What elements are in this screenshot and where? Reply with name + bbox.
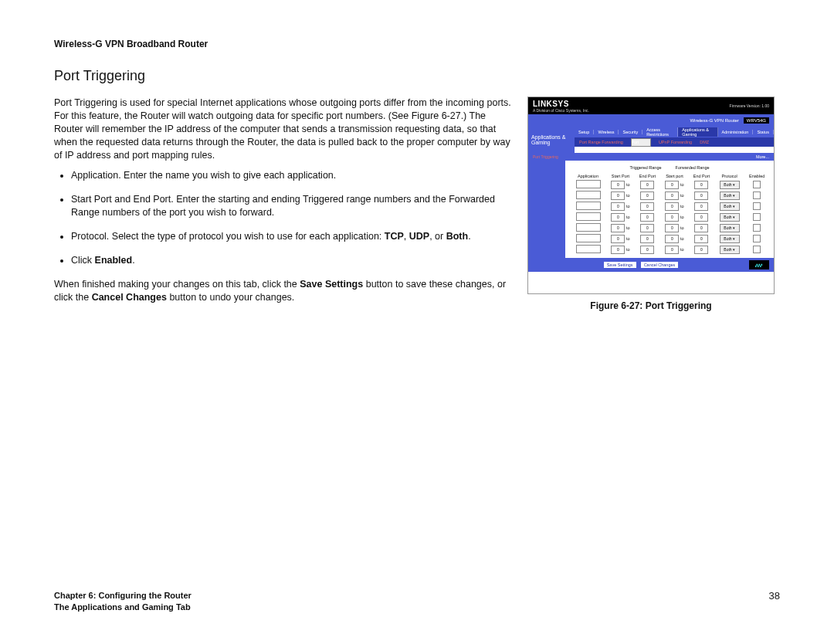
col-header: End Port bbox=[689, 173, 714, 179]
cancel-changes-button[interactable]: Cancel Changes bbox=[641, 262, 679, 268]
to-label: to bbox=[626, 215, 630, 219]
router-content-leftstrip bbox=[528, 161, 565, 258]
col-header: Application bbox=[570, 173, 606, 179]
to-label: to bbox=[680, 247, 684, 252]
main-tab[interactable]: Wireless bbox=[594, 130, 619, 134]
firmware-text: Firmware Version: 1.00 bbox=[730, 103, 769, 108]
protocol-select[interactable]: Both ▾ bbox=[720, 224, 740, 232]
group-headers: Triggered Range Forwarded Range bbox=[570, 164, 769, 171]
start-port-input[interactable]: 0 bbox=[611, 192, 625, 200]
application-input[interactable] bbox=[576, 223, 601, 232]
fwd-start-port-input[interactable]: 0 bbox=[665, 224, 679, 232]
more-link[interactable]: More... bbox=[756, 154, 769, 159]
application-input[interactable] bbox=[576, 212, 601, 221]
bullet-list: Application. Enter the name you wish to … bbox=[54, 169, 514, 266]
main-tab[interactable]: Security bbox=[619, 130, 642, 134]
fwd-start-port-input[interactable]: 0 bbox=[665, 181, 679, 189]
col-header: End Port bbox=[635, 173, 660, 179]
application-input[interactable] bbox=[576, 191, 601, 199]
end-port-input[interactable]: 0 bbox=[640, 192, 654, 200]
sub-tab[interactable]: DMZ bbox=[700, 140, 709, 144]
to-label: to bbox=[680, 236, 684, 241]
application-input[interactable] bbox=[576, 180, 601, 188]
sub-tab[interactable]: UPnP Forwarding bbox=[659, 140, 692, 144]
main-tab[interactable]: Applications & Gaming bbox=[678, 127, 717, 137]
bullet-ports: Start Port and End Port. Enter the start… bbox=[71, 193, 514, 219]
end-port-input[interactable]: 0 bbox=[640, 181, 654, 189]
protocol-select[interactable]: Both ▾ bbox=[720, 192, 740, 200]
to-label: to bbox=[680, 215, 684, 219]
bullet-protocol: Protocol. Select the type of protocol yo… bbox=[71, 230, 514, 243]
router-screenshot: LINKSYS A Division of Cisco Systems, Inc… bbox=[527, 97, 775, 294]
application-input[interactable] bbox=[576, 245, 601, 253]
brand-subtitle: A Division of Cisco Systems, Inc. bbox=[533, 108, 589, 113]
to-label: to bbox=[626, 236, 630, 241]
application-input[interactable] bbox=[576, 234, 601, 242]
section-label: Port Triggering bbox=[533, 154, 558, 159]
enabled-checkbox[interactable] bbox=[753, 181, 761, 188]
router-section-bar: Port Triggering More... bbox=[528, 153, 774, 161]
protocol-select[interactable]: Both ▾ bbox=[720, 202, 740, 211]
main-tab[interactable]: Administration bbox=[718, 130, 754, 134]
enabled-checkbox[interactable] bbox=[753, 224, 761, 232]
linksys-logo: LINKSYS bbox=[533, 100, 589, 108]
end-port-input[interactable]: 0 bbox=[640, 213, 654, 222]
to-label: to bbox=[680, 204, 684, 208]
enabled-checkbox[interactable] bbox=[753, 192, 761, 199]
bold-enabled: Enabled bbox=[95, 255, 133, 266]
start-port-input[interactable]: 0 bbox=[611, 181, 625, 189]
to-label: to bbox=[626, 182, 630, 187]
sep: . bbox=[468, 231, 470, 242]
fwd-start-port-input[interactable]: 0 bbox=[665, 246, 679, 254]
end-port-input[interactable]: 0 bbox=[640, 202, 654, 211]
start-port-input[interactable]: 0 bbox=[611, 246, 625, 254]
bold-both: Both bbox=[446, 231, 468, 242]
footer-chapter: Chapter 6: Configuring the Router bbox=[54, 590, 780, 602]
end-port-input[interactable]: 0 bbox=[640, 246, 654, 254]
fwd-start-port-input[interactable]: 0 bbox=[665, 213, 679, 222]
protocol-select[interactable]: Both ▾ bbox=[720, 235, 740, 243]
to-label: to bbox=[626, 204, 630, 208]
fwd-end-port-input[interactable]: 0 bbox=[694, 235, 708, 243]
application-input[interactable] bbox=[576, 202, 601, 210]
fwd-end-port-input[interactable]: 0 bbox=[694, 213, 708, 222]
save-settings-button[interactable]: Save Settings bbox=[604, 262, 636, 268]
start-port-input[interactable]: 0 bbox=[611, 202, 625, 211]
router-topbar: LINKSYS A Division of Cisco Systems, Inc… bbox=[528, 97, 774, 114]
table-row: 0 to00 to0Both ▾ bbox=[570, 179, 769, 190]
fwd-start-port-input[interactable]: 0 bbox=[665, 202, 679, 211]
to-label: to bbox=[626, 225, 630, 230]
enabled-checkbox[interactable] bbox=[753, 202, 761, 210]
end-port-input[interactable]: 0 bbox=[640, 235, 654, 243]
router-sidebar: Applications & Gaming bbox=[528, 127, 575, 153]
to-label: to bbox=[626, 193, 630, 198]
closing-end: button to undo your changes. bbox=[167, 292, 294, 303]
end-port-input[interactable]: 0 bbox=[640, 224, 654, 232]
fwd-end-port-input[interactable]: 0 bbox=[694, 246, 708, 254]
enabled-checkbox[interactable] bbox=[753, 235, 761, 242]
fwd-start-port-input[interactable]: 0 bbox=[665, 192, 679, 200]
main-tab[interactable]: Setup bbox=[575, 130, 594, 134]
start-port-input[interactable]: 0 bbox=[611, 213, 625, 222]
to-label: to bbox=[680, 193, 684, 198]
protocol-select[interactable]: Both ▾ bbox=[720, 213, 740, 222]
col-header: Start Port bbox=[606, 173, 635, 179]
fwd-end-port-input[interactable]: 0 bbox=[694, 181, 708, 189]
start-port-input[interactable]: 0 bbox=[611, 235, 625, 243]
fwd-end-port-input[interactable]: 0 bbox=[694, 192, 708, 200]
protocol-select[interactable]: Both ▾ bbox=[720, 246, 740, 254]
main-tab[interactable]: Status bbox=[753, 130, 774, 134]
table-row: 0 to00 to0Both ▾ bbox=[570, 201, 769, 212]
router-form-area: Triggered Range Forwarded Range Applicat… bbox=[565, 161, 774, 258]
group-forwarded: Forwarded Range bbox=[676, 165, 710, 170]
enabled-checkbox[interactable] bbox=[753, 246, 761, 253]
enabled-checkbox[interactable] bbox=[753, 213, 761, 221]
start-port-input[interactable]: 0 bbox=[611, 224, 625, 232]
sub-tab[interactable]: Port Range Forwarding bbox=[579, 140, 623, 144]
protocol-select[interactable]: Both ▾ bbox=[720, 181, 740, 189]
fwd-end-port-input[interactable]: 0 bbox=[694, 202, 708, 211]
main-tab[interactable]: Access Restrictions bbox=[642, 127, 678, 137]
fwd-end-port-input[interactable]: 0 bbox=[694, 224, 708, 232]
sub-tab[interactable]: Port Triggering bbox=[631, 138, 651, 147]
fwd-start-port-input[interactable]: 0 bbox=[665, 235, 679, 243]
